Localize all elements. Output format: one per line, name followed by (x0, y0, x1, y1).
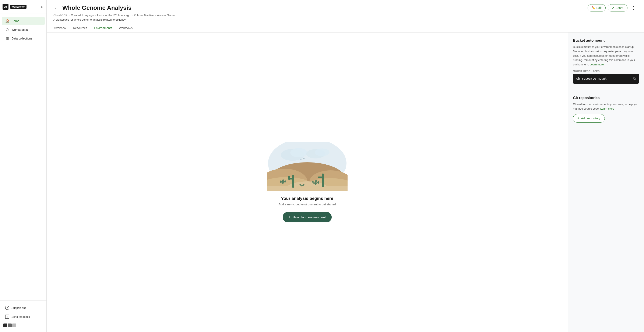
svg-rect-11 (267, 186, 348, 191)
plus-icon: + (288, 215, 291, 219)
logo-abbr: wb (4, 6, 7, 8)
feedback-icon: ! (5, 314, 9, 319)
svg-rect-12 (292, 175, 294, 188)
edit-icon: ✏️ (592, 6, 595, 10)
empty-state-subtitle: Add a new cloud environment to get start… (278, 203, 336, 206)
meta-dot-1: • (69, 14, 70, 17)
meta-dot-4: • (155, 14, 156, 17)
empty-state-title: Your analysis begins here (281, 196, 333, 201)
bucket-automount-section: Bucket automount Buckets mount to your e… (573, 39, 639, 84)
workspaces-icon: ⬡ (5, 28, 9, 32)
page-meta: Cloud GCP • Created 1 day ago • Last mod… (54, 14, 637, 17)
sidebar-item-support[interactable]: ? Support hub (2, 303, 45, 312)
page-title-area: ← Whole Genome Analysis (54, 5, 132, 11)
back-button[interactable]: ← (54, 5, 59, 11)
svg-point-4 (315, 148, 330, 156)
sidebar-item-label: Support hub (12, 306, 26, 309)
empty-illustration (267, 142, 348, 191)
sidebar-item-data-collections[interactable]: ▦ Data collections (2, 34, 45, 43)
sidebar-item-feedback[interactable]: ! Send feedback (2, 312, 45, 321)
mount-resources-label: MOUNT RESOURCES (573, 70, 639, 72)
meta-dot-3: • (132, 14, 133, 17)
main-content: ← Whole Genome Analysis ✏️ Edit ↗ Share … (47, 0, 644, 332)
page-header-top: ← Whole Genome Analysis ✏️ Edit ↗ Share … (54, 4, 637, 12)
git-learn-more-link[interactable]: Learn more (600, 107, 614, 110)
meta-access: Access Owner (157, 14, 175, 17)
share-icon: ↗ (612, 6, 614, 10)
data-collections-icon: ▦ (5, 36, 9, 40)
mount-command: wb resource mount (576, 77, 607, 80)
meta-created: Created 1 day ago (71, 14, 94, 17)
tab-workflows[interactable]: Workflows (118, 24, 133, 32)
meta-dot-2: • (95, 14, 96, 17)
more-options-button[interactable]: ⋮ (630, 5, 637, 11)
avatar-light (12, 323, 16, 327)
meta-cloud: Cloud GCP (54, 14, 68, 17)
svg-point-2 (290, 148, 307, 157)
bucket-section-title: Bucket automount (573, 39, 639, 43)
bucket-section-description: Buckets mount to your environments each … (573, 45, 639, 67)
app-logo-icon: wb (2, 4, 8, 10)
page-title: Whole Genome Analysis (62, 5, 132, 11)
sidebar-header: wb Workbench « (0, 0, 46, 14)
avatar-dark (4, 323, 7, 327)
sidebar-collapse-button[interactable]: « (40, 4, 44, 10)
git-section-description: Cloned to cloud environments you create,… (573, 102, 639, 111)
meta-policies: Policies 0 active (134, 14, 154, 17)
center-panel: Your analysis begins here Add a new clou… (47, 33, 568, 332)
sidebar-item-label: Home (12, 19, 19, 23)
tab-resources[interactable]: Resources (72, 24, 88, 32)
code-block: wb resource mount ⧉ (573, 74, 639, 84)
panel-divider (573, 90, 639, 90)
sidebar-footer: ? Support hub ! Send feedback (0, 300, 46, 332)
user-avatar (4, 323, 16, 327)
tabs: Overview Resources Environments Workflow… (54, 24, 637, 32)
right-panel: Bucket automount Buckets mount to your e… (568, 33, 644, 332)
new-cloud-environment-button[interactable]: + New cloud environment (283, 212, 332, 222)
new-env-label: New cloud environment (292, 215, 326, 219)
edit-button[interactable]: ✏️ Edit (588, 4, 606, 12)
home-icon: 🏠 (5, 19, 9, 23)
sidebar-item-label: Data collections (12, 37, 32, 40)
add-repository-button[interactable]: + Add repository (573, 114, 605, 123)
page-header: ← Whole Genome Analysis ✏️ Edit ↗ Share … (47, 0, 644, 33)
add-repo-label: Add repository (581, 117, 600, 120)
sidebar-item-label: Send feedback (12, 315, 30, 318)
avatar-area (0, 321, 46, 329)
meta-modified: Last modified 23 hours ago (97, 14, 130, 17)
sidebar-item-workspaces[interactable]: ⬡ Workspaces (2, 26, 45, 34)
git-repositories-section: Git repositories Cloned to cloud environ… (573, 96, 639, 123)
share-button[interactable]: ↗ Share (608, 4, 628, 12)
copy-button[interactable]: ⧉ (633, 77, 636, 81)
git-section-title: Git repositories (573, 96, 639, 100)
app-logo-text: Workbench (10, 5, 26, 9)
avatar-mid (8, 323, 12, 327)
sidebar-item-home[interactable]: 🏠 Home (2, 17, 45, 25)
sidebar-nav: 🏠 Home ⬡ Workspaces ▦ Data collections (0, 14, 46, 300)
content-area: Your analysis begins here Add a new clou… (47, 33, 644, 332)
page-description: A workspace for whole genome analysis re… (54, 18, 637, 21)
svg-rect-17 (322, 175, 324, 179)
bucket-learn-more-link[interactable]: Learn more (590, 63, 604, 66)
header-actions: ✏️ Edit ↗ Share ⋮ (588, 4, 637, 12)
sidebar-item-label: Workspaces (12, 28, 28, 32)
tab-overview[interactable]: Overview (54, 24, 66, 32)
svg-rect-14 (288, 176, 290, 180)
sidebar: wb Workbench « 🏠 Home ⬡ Workspaces ▦ Dat… (0, 0, 47, 332)
sidebar-logo: wb Workbench (2, 4, 26, 10)
tab-environments[interactable]: Environments (94, 24, 112, 32)
add-repo-plus-icon: + (578, 116, 579, 120)
support-icon: ? (5, 306, 9, 310)
